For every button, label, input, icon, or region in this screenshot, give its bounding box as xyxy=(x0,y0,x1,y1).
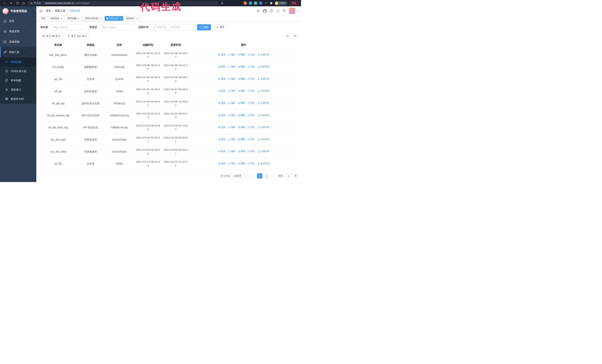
close-icon[interactable]: × xyxy=(77,17,80,20)
extension-icon-dark[interactable] xyxy=(264,1,268,5)
action-generate-code[interactable]: 生成代码 xyxy=(257,137,269,141)
action-preview[interactable]: 预览 xyxy=(218,114,226,117)
close-icon[interactable]: × xyxy=(60,17,63,20)
tab-item-3[interactable]: 代码生成示例× xyxy=(83,16,104,21)
action-sync[interactable]: 同步 xyxy=(247,77,255,81)
action-delete[interactable]: 删除 xyxy=(238,137,245,141)
fullscreen-icon[interactable] xyxy=(276,10,279,12)
prev-page-button[interactable]: ‹ xyxy=(250,173,255,178)
close-icon[interactable]: × xyxy=(136,17,139,20)
action-delete[interactable]: 删除 xyxy=(238,53,245,56)
sidebar-item-form-builder[interactable]: 表单构建 xyxy=(0,76,36,85)
action-preview[interactable]: 预览 xyxy=(218,162,226,165)
sidebar-toggle[interactable] xyxy=(39,9,43,13)
chevron-down-icon[interactable]: ▾ xyxy=(297,10,298,12)
action-preview[interactable]: 预览 xyxy=(218,65,226,69)
action-edit[interactable]: 编辑 xyxy=(228,137,236,141)
tab-item-0[interactable]: 首页 xyxy=(39,16,47,21)
table-name-input[interactable] xyxy=(50,24,85,30)
action-delete[interactable]: 删除 xyxy=(238,125,245,129)
action-sync[interactable]: 同步 xyxy=(247,125,255,129)
action-sync[interactable]: 同步 xyxy=(247,162,255,165)
extension-icon-grid[interactable] xyxy=(259,1,262,5)
extension-icon-blue-drop[interactable] xyxy=(249,1,252,5)
close-icon[interactable]: × xyxy=(99,17,102,20)
tab-item-2[interactable]: 表单构建× xyxy=(66,16,82,21)
tab-item-4[interactable]: 代码生成× xyxy=(105,16,123,21)
sidebar-item-api[interactable]: 系统接口 xyxy=(0,85,36,94)
table-desc-input[interactable] xyxy=(99,24,134,30)
date-range-picker[interactable]: 开始日期 - 结束日期 xyxy=(151,24,195,30)
sidebar-item-infra[interactable]: 基础设施 xyxy=(0,37,36,47)
action-preview[interactable]: 预览 xyxy=(218,53,226,56)
browser-update-button[interactable]: 更新 xyxy=(289,1,299,5)
page-size-select[interactable]: 10条/页 ▼ xyxy=(232,173,248,178)
puzzle-icon[interactable] xyxy=(269,1,273,5)
action-sync[interactable]: 同步 xyxy=(247,65,255,69)
close-icon[interactable]: × xyxy=(119,17,121,20)
bookmark-star-icon[interactable] xyxy=(220,1,225,6)
action-preview[interactable]: 预览 xyxy=(218,77,226,81)
action-sync[interactable]: 同步 xyxy=(247,137,255,141)
profile-paused-badge[interactable]: 已暂停 xyxy=(274,1,288,5)
action-sync[interactable]: 同步 xyxy=(247,89,255,93)
action-edit[interactable]: 编辑 xyxy=(228,89,236,93)
action-delete[interactable]: 删除 xyxy=(238,114,245,117)
action-generate-code[interactable]: 生成代码 xyxy=(257,53,269,56)
action-generate-code[interactable]: 生成代码 xyxy=(257,89,269,93)
sidebar-item-codegen-example[interactable]: 代码生成示例 xyxy=(0,67,36,76)
action-generate-code[interactable]: 生成代码 xyxy=(257,150,269,153)
action-preview[interactable]: 预览 xyxy=(218,89,226,93)
action-generate-code[interactable]: 生成代码 xyxy=(257,77,269,81)
sidebar-item-home[interactable]: 首页 xyxy=(0,16,36,26)
action-preview[interactable]: 预览 xyxy=(218,101,226,105)
next-page-button[interactable]: › xyxy=(271,173,276,178)
action-generate-code[interactable]: 生成代码 xyxy=(257,114,269,117)
action-delete[interactable]: 删除 xyxy=(238,77,245,81)
action-edit[interactable]: 编辑 xyxy=(228,150,236,153)
action-edit[interactable]: 编辑 xyxy=(228,114,236,117)
action-edit[interactable]: 编辑 xyxy=(228,77,236,81)
extension-icon-vue[interactable]: V xyxy=(254,1,257,5)
action-sync[interactable]: 同步 xyxy=(247,101,255,105)
refresh-button[interactable] xyxy=(292,33,298,39)
action-delete[interactable]: 删除 xyxy=(238,65,245,69)
action-edit[interactable]: 编辑 xyxy=(228,125,236,129)
font-size-icon[interactable]: TT xyxy=(283,10,286,12)
github-icon[interactable] xyxy=(263,9,267,13)
page-button-2[interactable]: 2 xyxy=(264,173,269,178)
action-sync[interactable]: 同步 xyxy=(247,150,255,153)
action-generate-code[interactable]: 生成代码 xyxy=(257,125,269,129)
action-edit[interactable]: 编辑 xyxy=(228,162,236,165)
tab-item-1[interactable]: 链路追踪× xyxy=(49,16,65,21)
search-icon[interactable] xyxy=(257,10,260,13)
action-sync[interactable]: 同步 xyxy=(247,114,255,117)
action-generate-code[interactable]: 生成代码 xyxy=(257,101,269,105)
forward-icon[interactable] xyxy=(9,1,13,6)
sidebar-item-system[interactable]: 系统管理 xyxy=(0,26,36,37)
sidebar-item-codegen[interactable]: 代码生成 xyxy=(0,57,36,67)
reload-icon[interactable] xyxy=(15,1,20,6)
action-delete[interactable]: 删除 xyxy=(238,89,245,93)
action-delete[interactable]: 删除 xyxy=(238,162,245,165)
action-delete[interactable]: 删除 xyxy=(238,150,245,153)
action-generate-code[interactable]: 生成代码 xyxy=(257,162,269,165)
goto-page-input[interactable] xyxy=(285,173,293,178)
search-button[interactable]: 搜索 xyxy=(197,24,211,30)
action-delete[interactable]: 删除 xyxy=(238,101,245,105)
sidebar-item-devtools[interactable]: 研发工具 xyxy=(0,47,36,57)
home-icon[interactable] xyxy=(21,1,26,6)
question-icon[interactable]: ? xyxy=(270,10,273,13)
action-generate-code[interactable]: 生成代码 xyxy=(257,65,269,69)
reset-button[interactable]: 重置 xyxy=(213,24,227,30)
action-edit[interactable]: 编辑 xyxy=(228,53,236,56)
action-edit[interactable]: 编辑 xyxy=(228,101,236,105)
action-preview[interactable]: 预览 xyxy=(218,125,226,129)
sidebar-item-db-doc[interactable]: 数据库文档 xyxy=(0,94,36,104)
user-avatar[interactable] xyxy=(289,8,295,14)
import-sql-button[interactable]: 基于 SQL 导入 xyxy=(65,33,90,39)
search-toggle-button[interactable] xyxy=(285,33,290,39)
app-logo[interactable]: 芋道管理系统 xyxy=(0,6,36,16)
extension-icon-orange[interactable] xyxy=(244,1,247,5)
breadcrumb-item[interactable]: 研发工具 xyxy=(55,9,65,13)
